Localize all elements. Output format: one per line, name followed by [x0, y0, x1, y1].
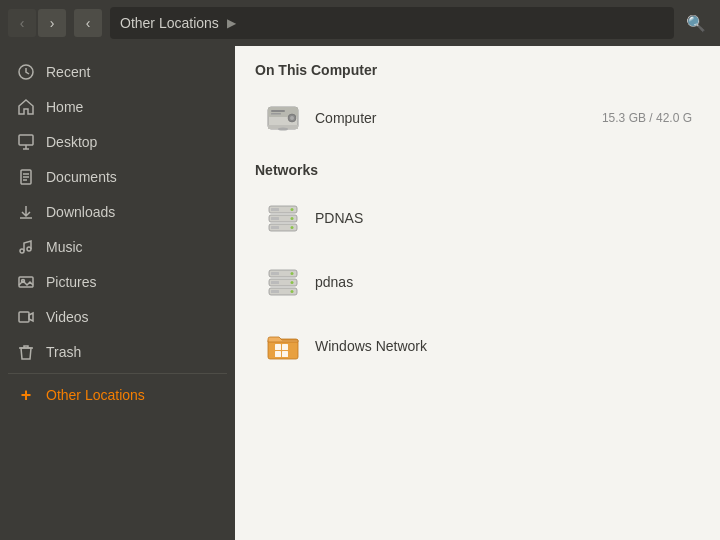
- svg-rect-17: [271, 110, 285, 112]
- sidebar-item-pictures[interactable]: Pictures: [4, 265, 231, 299]
- svg-rect-22: [271, 208, 279, 211]
- home-icon: [16, 97, 36, 117]
- computer-size: 15.3 GB / 42.0 G: [602, 111, 692, 125]
- computer-item[interactable]: Computer 15.3 GB / 42.0 G: [255, 88, 700, 148]
- back-button[interactable]: ‹: [8, 9, 36, 37]
- pdnas-lower-icon: [263, 262, 303, 302]
- sidebar-item-videos[interactable]: Videos: [4, 300, 231, 334]
- trash-icon: [16, 342, 36, 362]
- sidebar-label-documents: Documents: [46, 169, 117, 185]
- network-svg-1: [264, 199, 302, 237]
- sidebar-item-trash[interactable]: Trash: [4, 335, 231, 369]
- windows-svg: [264, 327, 302, 365]
- breadcrumb-text: Other Locations: [120, 15, 219, 31]
- sidebar-label-home: Home: [46, 99, 83, 115]
- network-svg-2: [264, 263, 302, 301]
- svg-rect-11: [19, 312, 29, 322]
- svg-rect-40: [275, 344, 281, 350]
- sidebar-item-music[interactable]: Music: [4, 230, 231, 264]
- svg-rect-28: [271, 226, 279, 229]
- sidebar-divider: [8, 373, 227, 374]
- svg-rect-31: [271, 272, 279, 275]
- svg-point-16: [290, 116, 294, 120]
- desktop-icon: [16, 132, 36, 152]
- main-area: Recent Home Desktop Documents Downloads: [0, 46, 720, 540]
- forward-button[interactable]: ›: [38, 9, 66, 37]
- sidebar-label-downloads: Downloads: [46, 204, 115, 220]
- sidebar-label-trash: Trash: [46, 344, 81, 360]
- pdnas-upper-name: PDNAS: [315, 210, 692, 226]
- svg-rect-43: [282, 351, 288, 357]
- sidebar-label-desktop: Desktop: [46, 134, 97, 150]
- breadcrumb: Other Locations ▶: [110, 7, 674, 39]
- network-item-pdnas-lower[interactable]: pdnas: [255, 252, 700, 312]
- on-this-computer-title: On This Computer: [255, 62, 700, 78]
- sidebar-label-pictures: Pictures: [46, 274, 97, 290]
- svg-point-29: [291, 226, 294, 229]
- svg-point-26: [291, 217, 294, 220]
- sidebar: Recent Home Desktop Documents Downloads: [0, 46, 235, 540]
- svg-rect-42: [275, 351, 281, 357]
- svg-rect-41: [282, 344, 288, 350]
- content-pane: On This Computer Computer 15.3 GB / 42.0…: [235, 46, 720, 540]
- svg-point-32: [291, 272, 294, 275]
- sidebar-label-videos: Videos: [46, 309, 89, 325]
- computer-icon: [263, 98, 303, 138]
- svg-rect-18: [271, 113, 281, 115]
- svg-rect-1: [19, 135, 33, 145]
- computer-name: Computer: [315, 110, 602, 126]
- windows-network-icon: [263, 326, 303, 366]
- network-item-pdnas-upper[interactable]: PDNAS: [255, 188, 700, 248]
- networks-title: Networks: [255, 162, 700, 178]
- up-button[interactable]: ‹: [74, 9, 102, 37]
- search-button[interactable]: 🔍: [680, 7, 712, 39]
- forward-icon: ›: [50, 15, 55, 31]
- sidebar-item-desktop[interactable]: Desktop: [4, 125, 231, 159]
- sidebar-label-other-locations: Other Locations: [46, 387, 145, 403]
- svg-point-20: [278, 128, 288, 131]
- pictures-icon: [16, 272, 36, 292]
- up-icon: ‹: [86, 15, 91, 31]
- sidebar-item-other-locations[interactable]: + Other Locations: [4, 378, 231, 412]
- search-icon: 🔍: [686, 14, 706, 33]
- documents-icon: [16, 167, 36, 187]
- downloads-icon: [16, 202, 36, 222]
- sidebar-label-music: Music: [46, 239, 83, 255]
- network-item-windows[interactable]: Windows Network: [255, 316, 700, 376]
- recent-icon: [16, 62, 36, 82]
- sidebar-item-recent[interactable]: Recent: [4, 55, 231, 89]
- svg-point-35: [291, 281, 294, 284]
- svg-rect-37: [271, 290, 279, 293]
- sidebar-label-recent: Recent: [46, 64, 90, 80]
- hdd-svg: [264, 99, 302, 137]
- svg-rect-25: [271, 217, 279, 220]
- back-icon: ‹: [20, 15, 25, 31]
- titlebar: ‹ › ‹ Other Locations ▶ 🔍: [0, 0, 720, 46]
- pdnas-lower-name: pdnas: [315, 274, 692, 290]
- music-icon: [16, 237, 36, 257]
- windows-network-name: Windows Network: [315, 338, 692, 354]
- sidebar-item-home[interactable]: Home: [4, 90, 231, 124]
- sidebar-item-documents[interactable]: Documents: [4, 160, 231, 194]
- svg-rect-34: [271, 281, 279, 284]
- add-icon: +: [16, 385, 36, 405]
- svg-point-23: [291, 208, 294, 211]
- svg-point-38: [291, 290, 294, 293]
- breadcrumb-arrow: ▶: [227, 16, 236, 30]
- sidebar-item-downloads[interactable]: Downloads: [4, 195, 231, 229]
- videos-icon: [16, 307, 36, 327]
- pdnas-upper-icon: [263, 198, 303, 238]
